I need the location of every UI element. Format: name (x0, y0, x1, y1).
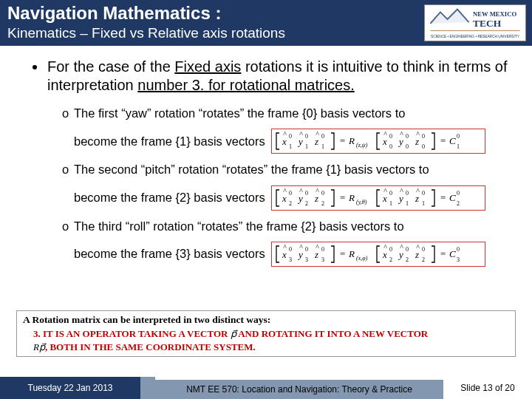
svg-text:(y,θ): (y,θ) (356, 199, 367, 205)
svg-text:0: 0 (305, 246, 308, 253)
sub-cont-text: become the frame {1} basis vectors (74, 134, 265, 149)
svg-text:0: 0 (457, 190, 460, 197)
svg-text:0: 0 (321, 133, 324, 140)
svg-text:0: 0 (406, 190, 409, 197)
svg-text:=: = (440, 135, 446, 146)
main-bullet: For the case of the Fixed axis rotations… (0, 58, 532, 95)
sub-bullet-item: oThe third “roll” rotation “rotates” the… (0, 218, 532, 267)
slide-footer: Tuesday 22 Jan 2013 NMT EE 570: Location… (0, 377, 532, 399)
equation-box: x^01y^01z^01=R(z,ψ)x^00y^00z^00=C01 (271, 129, 485, 154)
svg-text:1: 1 (389, 200, 392, 207)
svg-text:^: ^ (316, 244, 319, 251)
svg-text:1: 1 (457, 143, 460, 150)
bullet-dot-icon (33, 65, 37, 69)
svg-text:(z,ψ): (z,ψ) (356, 142, 368, 149)
svg-text:=: = (340, 248, 345, 259)
svg-text:0: 0 (457, 246, 460, 253)
svg-text:0: 0 (305, 133, 308, 140)
equation-box: x^02y^02z^02=R(y,θ)x^01y^01z^01=C02 (271, 185, 485, 211)
svg-text:0: 0 (422, 143, 425, 150)
svg-text:^: ^ (316, 188, 319, 195)
svg-text:TECH: TECH (473, 18, 502, 29)
svg-text:3: 3 (289, 256, 292, 263)
svg-text:1: 1 (422, 200, 425, 207)
svg-text:0: 0 (305, 190, 308, 197)
sub-cont-text: become the frame {3} basis vectors (74, 247, 265, 261)
svg-text:0: 0 (422, 246, 425, 253)
svg-text:C: C (449, 192, 456, 203)
equation-box: x^03y^03z^03=R(x,φ)x^02y^02z^02=C03 (271, 242, 485, 267)
svg-text:2: 2 (321, 200, 324, 207)
svg-text:=: = (340, 192, 345, 203)
svg-text:0: 0 (321, 246, 324, 253)
svg-text:^: ^ (416, 188, 420, 195)
svg-text:=: = (440, 192, 446, 203)
svg-text:2: 2 (289, 200, 292, 207)
svg-text:1: 1 (321, 143, 324, 150)
footer-course: NMT EE 570: Location and Navigation: The… (155, 380, 443, 399)
footer-accent (140, 377, 155, 399)
sub-bullet-item: oThe second “pitch” rotation “rotates” t… (0, 161, 532, 210)
svg-text:0: 0 (389, 143, 392, 150)
svg-text:1: 1 (406, 200, 409, 207)
footer-date: Tuesday 22 Jan 2013 (0, 377, 140, 399)
svg-text:R: R (348, 248, 355, 259)
svg-text:2: 2 (406, 256, 409, 263)
svg-text:0: 0 (321, 190, 324, 197)
svg-text:0: 0 (289, 246, 292, 253)
sub-cont-text: become the frame {2} basis vectors (74, 191, 265, 205)
sub-lead-text: The third “roll” rotation “rotates” the … (74, 218, 404, 234)
svg-text:1: 1 (305, 143, 308, 150)
main-bullet-text: For the case of the Fixed axis rotations… (47, 58, 510, 95)
svg-text:1: 1 (289, 143, 292, 150)
university-logo: NEW MEXICO TECH SCIENCE • ENGINEERING • … (424, 4, 526, 41)
svg-text:3: 3 (321, 256, 324, 263)
svg-text:0: 0 (406, 143, 409, 150)
svg-text:R: R (348, 135, 355, 146)
svg-text:3: 3 (305, 256, 308, 263)
svg-text:3: 3 (457, 256, 460, 263)
svg-text:(x,φ): (x,φ) (356, 255, 368, 262)
svg-text:=: = (340, 135, 345, 146)
slide-title: Navigation Mathematics : (7, 3, 221, 24)
svg-text:SCIENCE • ENGINEERING • RESEAR: SCIENCE • ENGINEERING • RESEARCH UNIVERS… (431, 35, 520, 38)
svg-text:C: C (449, 248, 456, 259)
sub-lead-text: The first “yaw” rotation “rotates” the f… (74, 105, 405, 121)
svg-text:0: 0 (457, 133, 460, 140)
svg-text:0: 0 (389, 133, 392, 140)
svg-text:2: 2 (422, 256, 425, 263)
svg-text:0: 0 (389, 246, 392, 253)
interpretation-body: 3. IT IS AN OPERATOR TAKING A VECTOR p⃗ … (17, 327, 515, 356)
svg-text:^: ^ (416, 131, 420, 138)
svg-text:C: C (449, 135, 456, 146)
svg-text:^: ^ (416, 244, 420, 251)
slide-body: For the case of the Fixed axis rotations… (0, 58, 532, 274)
interpretation-box: A Rotation matrix can be interpreted in … (16, 310, 516, 357)
svg-text:0: 0 (406, 133, 409, 140)
svg-text:2: 2 (389, 256, 392, 263)
svg-text:2: 2 (457, 200, 460, 207)
svg-text:2: 2 (305, 200, 308, 207)
svg-text:0: 0 (289, 133, 292, 140)
footer-page: Slide 13 of 20 (443, 377, 532, 399)
sub-bullet-item: oThe first “yaw” rotation “rotates” the … (0, 105, 532, 154)
sub-bullet-list: oThe first “yaw” rotation “rotates” the … (0, 105, 532, 267)
svg-text:^: ^ (316, 131, 319, 138)
svg-text:0: 0 (406, 246, 409, 253)
svg-text:0: 0 (289, 190, 292, 197)
interpretation-heading: A Rotation matrix can be interpreted in … (17, 311, 515, 327)
svg-text:0: 0 (389, 190, 392, 197)
svg-text:=: = (440, 248, 446, 259)
sub-lead-text: The second “pitch” rotation “rotates” th… (74, 161, 429, 177)
svg-text:0: 0 (422, 133, 425, 140)
slide-header: Navigation Mathematics : Kinematics – Fi… (0, 0, 532, 46)
svg-text:0: 0 (422, 190, 425, 197)
svg-text:R: R (348, 192, 355, 203)
slide-subtitle: Kinematics – Fixed vs Relative axis rota… (7, 25, 285, 41)
